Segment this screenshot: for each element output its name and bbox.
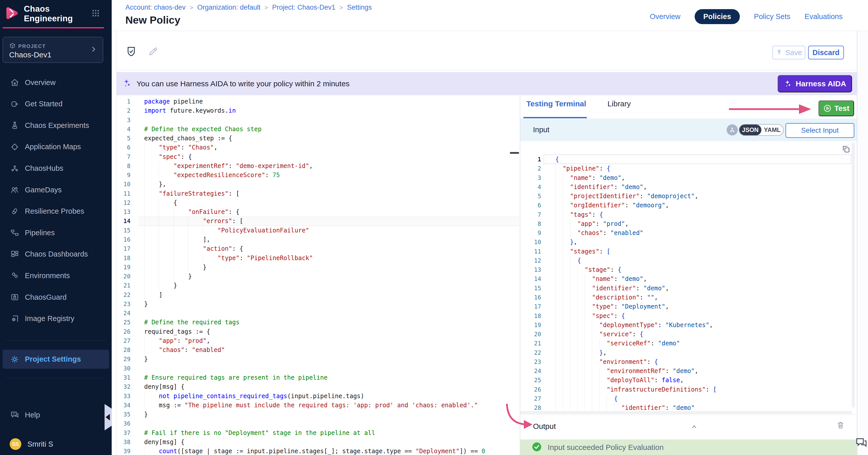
- line-number: 25: [116, 318, 130, 327]
- aida-label: Harness AIDA: [796, 79, 846, 88]
- sidebar-item-label: Application Maps: [25, 142, 81, 151]
- line-number: 13: [116, 207, 130, 217]
- horizontal-scrollbar[interactable]: [520, 411, 852, 414]
- project-label: PROJECT: [18, 43, 46, 49]
- tab-testing-terminal[interactable]: Testing Terminal: [526, 99, 586, 108]
- policy-code-editor[interactable]: 1package pipeline2import future.keywords…: [116, 97, 520, 455]
- line-number: 7: [520, 210, 541, 219]
- input-json-editor[interactable]: 1{2"pipeline": {3"name": "demo",4"identi…: [520, 155, 852, 412]
- code-line: 25# Define the required tags: [116, 318, 520, 327]
- sidebar-item-chaos-experiments[interactable]: Chaos Experiments: [0, 115, 112, 136]
- sparkle-icon: [122, 78, 132, 89]
- breadcrumb-link[interactable]: Account: chaos-dev: [125, 4, 186, 11]
- line-number: 32: [116, 382, 130, 391]
- tab-policies[interactable]: Policies: [695, 9, 740, 24]
- gear-icon: [10, 355, 19, 364]
- code-line: 13"onFailure": {: [116, 207, 520, 217]
- sidebar-item-chaoshubs[interactable]: ChaosHubs: [0, 158, 112, 179]
- chevron-up-icon[interactable]: [690, 423, 699, 432]
- sidebar-item-label: Overview: [25, 78, 56, 87]
- line-number: 26: [116, 327, 130, 336]
- sidebar-divider: [5, 340, 106, 340]
- line-number: 11: [116, 189, 130, 198]
- line-number: 39: [116, 447, 130, 455]
- get-started-icon: [10, 99, 19, 108]
- code-line: 13"stage": {: [520, 265, 852, 274]
- sidebar-item-label: Chaos Dashboards: [25, 250, 88, 258]
- tab-policy-sets[interactable]: Policy Sets: [754, 12, 790, 21]
- line-number: 22: [520, 348, 541, 357]
- harness-aida-button[interactable]: Harness AIDA: [778, 75, 852, 92]
- sidebar-item-application-maps[interactable]: Application Maps: [0, 136, 112, 158]
- sidebar-item-label: Resilience Probes: [25, 207, 84, 216]
- line-number: 36: [116, 419, 130, 428]
- code-line: 10},: [116, 180, 520, 189]
- app-switcher-icon[interactable]: [91, 9, 100, 19]
- line-number: 18: [520, 312, 541, 321]
- sidebar-item-project-settings[interactable]: Project Settings: [3, 350, 109, 369]
- test-label: Test: [834, 104, 849, 113]
- code-line: 23}: [116, 299, 520, 308]
- select-input-button[interactable]: Select Input: [785, 123, 854, 138]
- code-line: 35}: [116, 410, 520, 419]
- code-line: 1package pipeline: [116, 97, 520, 106]
- save-button[interactable]: Save: [772, 46, 805, 59]
- test-button[interactable]: Test: [818, 100, 854, 116]
- people-icon: [10, 185, 19, 194]
- tab-library[interactable]: Library: [608, 99, 631, 108]
- splitter-handle-icon[interactable]: [510, 152, 519, 154]
- flask-icon: [10, 121, 19, 130]
- code-line: 25"deployToAll": false,: [520, 376, 852, 385]
- code-line: 12{: [116, 198, 520, 207]
- sidebar-item-resilience-probes[interactable]: Resilience Probes: [0, 201, 112, 222]
- input-source-icon[interactable]: [726, 124, 738, 135]
- page-header: Account: chaos-dev>Organization: default…: [112, 0, 868, 31]
- sidebar-item-overview[interactable]: Overview: [0, 72, 112, 93]
- discard-button[interactable]: Discard: [808, 46, 844, 59]
- sidebar-item-help[interactable]: ? Help: [0, 404, 112, 426]
- sidebar-item-get-started[interactable]: Get Started: [0, 93, 112, 115]
- breadcrumb-link[interactable]: Project: Chaos-Dev1: [272, 4, 335, 11]
- format-toggle: JSONYAML: [739, 124, 784, 136]
- vertical-scrollbar[interactable]: [852, 142, 855, 408]
- project-selector[interactable]: PROJECT Chaos-Dev1: [3, 37, 103, 63]
- user-menu[interactable]: SS Smriti S: [0, 433, 112, 455]
- toggle-yaml[interactable]: YAML: [762, 125, 783, 135]
- tab-overview[interactable]: Overview: [650, 12, 680, 21]
- code-line: 20"service": {: [520, 330, 852, 339]
- line-number: 5: [116, 134, 130, 143]
- help-chat-icon: ?: [10, 410, 19, 420]
- line-number: 12: [520, 256, 541, 265]
- code-line: 24: [116, 308, 520, 318]
- sidebar-item-image-registry[interactable]: Image Registry: [0, 308, 112, 329]
- harness-logo-icon[interactable]: [5, 6, 19, 22]
- breadcrumb-link[interactable]: Settings: [347, 4, 372, 11]
- edit-pencil-icon[interactable]: [148, 46, 158, 58]
- sidebar-item-gamedays[interactable]: GameDays: [0, 179, 112, 200]
- code-line: 28"chaos": "enabled": [116, 345, 520, 355]
- code-line: 15"identifier": "demo",: [520, 284, 852, 293]
- evaluation-result: Input succeeded Policy Evaluation: [520, 440, 857, 455]
- line-number: 9: [520, 228, 541, 237]
- registry-icon: [10, 314, 19, 323]
- sidebar-item-label: Chaos Experiments: [25, 121, 89, 130]
- breadcrumb-link[interactable]: Organization: default: [197, 4, 260, 11]
- trash-icon[interactable]: [836, 421, 845, 431]
- sidebar-item-environments[interactable]: Environments: [0, 265, 112, 286]
- copy-icon[interactable]: [842, 144, 851, 155]
- code-line: 22]: [116, 290, 520, 299]
- support-chat-icon[interactable]: [855, 436, 868, 450]
- line-number: 17: [520, 302, 541, 311]
- code-line: 21}: [116, 281, 520, 290]
- toggle-json[interactable]: JSON: [739, 125, 762, 135]
- code-line: 26"infrastructureDefinitions": [: [520, 385, 852, 394]
- line-number: 27: [116, 336, 130, 345]
- line-number: 27: [520, 394, 541, 403]
- line-number: 28: [116, 345, 130, 355]
- sidebar-item-chaosguard[interactable]: ChaosGuard: [0, 287, 112, 308]
- validate-policy-icon[interactable]: [125, 46, 137, 58]
- tab-evaluations[interactable]: Evaluations: [805, 12, 843, 21]
- code-line: 18"spec": {: [520, 312, 852, 321]
- sidebar-item-pipelines[interactable]: Pipelines: [0, 222, 112, 243]
- sidebar-item-chaos-dashboards[interactable]: Chaos Dashboards: [0, 243, 112, 265]
